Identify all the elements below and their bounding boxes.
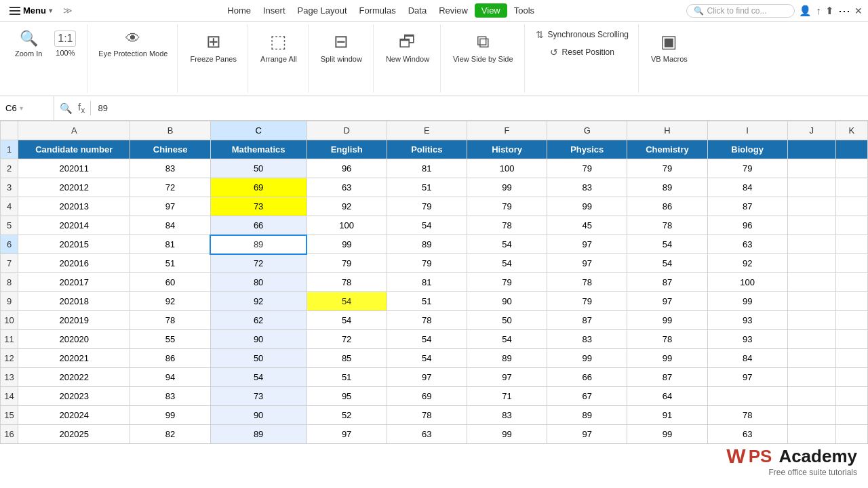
cell-11-0[interactable]: 202020 — [18, 330, 130, 349]
split-window-button[interactable]: ⊟ Split window — [315, 27, 368, 67]
cell-13-6[interactable]: 66 — [547, 368, 627, 387]
cell-14-2[interactable]: 73 — [210, 387, 307, 406]
cell-14-4[interactable]: 69 — [387, 387, 467, 406]
cell-6-6[interactable]: 97 — [547, 235, 627, 254]
cell-11-8[interactable]: 93 — [707, 330, 787, 349]
nav-tools[interactable]: Tools — [509, 3, 540, 18]
cell-7-1[interactable]: 51 — [130, 254, 210, 273]
col-header-[interactable] — [1, 121, 18, 140]
vb-macros-button[interactable]: ▣ VB Macros — [646, 27, 693, 67]
new-window-button[interactable]: 🗗 New Window — [380, 27, 435, 67]
cell-16-1[interactable]: 82 — [130, 425, 210, 444]
formula-input[interactable]: 89 — [91, 103, 868, 113]
more-options-icon[interactable]: ⋯ — [838, 3, 850, 18]
cell-10-2[interactable]: 62 — [210, 311, 307, 330]
reset-position-button[interactable]: ↺ Reset Position — [546, 45, 618, 60]
cell-5-3[interactable]: 100 — [307, 216, 387, 235]
cell-14-7[interactable]: 64 — [627, 387, 707, 406]
col-header-G[interactable]: G — [547, 121, 627, 140]
cell-15-6[interactable]: 89 — [547, 406, 627, 425]
cell-4-6[interactable]: 99 — [547, 197, 627, 216]
freeze-panes-button[interactable]: ⊞ Freeze Panes — [184, 27, 241, 67]
cell-12-7[interactable]: 99 — [627, 349, 707, 368]
cell-13-8[interactable]: 97 — [707, 368, 787, 387]
col-header-H[interactable]: H — [627, 121, 707, 140]
cell-15-3[interactable]: 52 — [307, 406, 387, 425]
cell-3-6[interactable]: 83 — [547, 178, 627, 197]
cell-14-5[interactable]: 71 — [467, 387, 547, 406]
cell-10-7[interactable]: 99 — [627, 311, 707, 330]
cell-6-5[interactable]: 54 — [467, 235, 547, 254]
close-icon[interactable]: ✕ — [854, 5, 863, 16]
cell-15-4[interactable]: 78 — [387, 406, 467, 425]
cell-11-3[interactable]: 72 — [307, 330, 387, 349]
cell-13-7[interactable]: 87 — [627, 368, 707, 387]
cell-16-3[interactable]: 97 — [307, 425, 387, 444]
cell-8-0[interactable]: 202017 — [18, 273, 130, 292]
cell-4-4[interactable]: 79 — [387, 197, 467, 216]
synchronous-scrolling-button[interactable]: ⇅ Synchronous Scrolling — [532, 27, 633, 42]
cell-13-5[interactable]: 97 — [467, 368, 547, 387]
nav-home[interactable]: Home — [222, 3, 256, 18]
cell-4-7[interactable]: 86 — [627, 197, 707, 216]
cell-2-0[interactable]: 202011 — [18, 159, 130, 178]
cell-12-4[interactable]: 54 — [387, 349, 467, 368]
cell-2-4[interactable]: 81 — [387, 159, 467, 178]
cell-13-2[interactable]: 54 — [210, 368, 307, 387]
cell-11-7[interactable]: 78 — [627, 330, 707, 349]
cell-7-0[interactable]: 202016 — [18, 254, 130, 273]
cell-15-1[interactable]: 99 — [130, 406, 210, 425]
cell-16-2[interactable]: 89 — [210, 425, 307, 444]
cell-12-5[interactable]: 89 — [467, 349, 547, 368]
cell-7-7[interactable]: 54 — [627, 254, 707, 273]
cell-10-0[interactable]: 202019 — [18, 311, 130, 330]
cell-8-2[interactable]: 80 — [210, 273, 307, 292]
cell-11-4[interactable]: 54 — [387, 330, 467, 349]
cell-15-5[interactable]: 83 — [467, 406, 547, 425]
cell-5-4[interactable]: 54 — [387, 216, 467, 235]
cell-12-1[interactable]: 86 — [130, 349, 210, 368]
view-side-button[interactable]: ⧉ View Side by Side — [448, 27, 518, 67]
cell-11-2[interactable]: 90 — [210, 330, 307, 349]
cell-16-0[interactable]: 202025 — [18, 425, 130, 444]
cell-3-3[interactable]: 63 — [307, 178, 387, 197]
cell-3-7[interactable]: 89 — [627, 178, 707, 197]
header-cell-6[interactable]: Physics — [547, 140, 627, 159]
cell-4-3[interactable]: 92 — [307, 197, 387, 216]
export-icon[interactable]: ⬆ — [825, 5, 834, 17]
cell-5-6[interactable]: 45 — [547, 216, 627, 235]
nav-review[interactable]: Review — [433, 3, 473, 18]
nav-page-layout[interactable]: Page Layout — [292, 3, 353, 18]
cell-14-3[interactable]: 95 — [307, 387, 387, 406]
cell-3-0[interactable]: 202012 — [18, 178, 130, 197]
cell-15-0[interactable]: 202024 — [18, 406, 130, 425]
cell-9-8[interactable]: 99 — [707, 292, 787, 311]
cell-13-1[interactable]: 94 — [130, 368, 210, 387]
cell-9-2[interactable]: 92 — [210, 292, 307, 311]
cell-4-8[interactable]: 87 — [707, 197, 787, 216]
share-icon[interactable]: ↑ — [816, 5, 821, 16]
cell-6-1[interactable]: 81 — [130, 235, 210, 254]
cell-12-6[interactable]: 99 — [547, 349, 627, 368]
cell-16-5[interactable]: 99 — [467, 425, 547, 444]
cell-9-0[interactable]: 202018 — [18, 292, 130, 311]
col-header-F[interactable]: F — [467, 121, 547, 140]
cell-7-4[interactable]: 79 — [387, 254, 467, 273]
cell-2-7[interactable]: 79 — [627, 159, 707, 178]
cell-8-6[interactable]: 78 — [547, 273, 627, 292]
cell-12-3[interactable]: 85 — [307, 349, 387, 368]
cell-14-0[interactable]: 202023 — [18, 387, 130, 406]
user-icon[interactable]: 👤 — [799, 5, 812, 17]
cell-8-7[interactable]: 87 — [627, 273, 707, 292]
cell-11-1[interactable]: 55 — [130, 330, 210, 349]
cell-15-2[interactable]: 90 — [210, 406, 307, 425]
formula-search-icon[interactable]: 🔍 — [60, 102, 73, 115]
header-cell-3[interactable]: English — [307, 140, 387, 159]
cell-9-3[interactable]: 54 — [307, 292, 387, 311]
cell-15-8[interactable]: 78 — [707, 406, 787, 425]
cell-6-8[interactable]: 63 — [707, 235, 787, 254]
cell-9-5[interactable]: 90 — [467, 292, 547, 311]
col-header-I[interactable]: I — [707, 121, 787, 140]
nav-data[interactable]: Data — [403, 3, 432, 18]
col-header-C[interactable]: C — [210, 121, 307, 140]
